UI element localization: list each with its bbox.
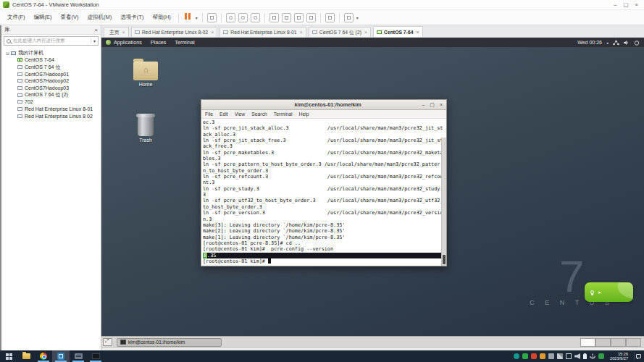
vm-monitor-icon	[17, 107, 22, 111]
menu-item[interactable]: 文件(F)	[3, 12, 30, 23]
tree-expander-icon[interactable]: ⊟	[6, 51, 9, 56]
terminal-scrollbar[interactable]	[441, 138, 446, 266]
network-icon[interactable]	[613, 40, 619, 46]
action-center-button[interactable]	[634, 353, 642, 360]
desktop-icon-home[interactable]: Home	[125, 62, 166, 87]
maximize-button[interactable]: ▢	[624, 1, 629, 8]
vm-tree-item[interactable]: CentOS 7 64 位 (2)	[6, 91, 101, 98]
layout-button[interactable]	[282, 13, 291, 22]
workspace-box[interactable]	[580, 338, 595, 347]
tray-icon[interactable]	[531, 353, 537, 359]
volume-icon[interactable]	[624, 40, 630, 46]
tab-close-icon[interactable]: ×	[122, 30, 125, 35]
tray-icon[interactable]	[540, 353, 545, 359]
terminal-menu-item[interactable]: View	[235, 111, 246, 117]
terminal-menu-item[interactable]: Terminal	[274, 111, 293, 117]
terminal-menu-item[interactable]: File	[205, 111, 213, 117]
taskbar-app-button[interactable]	[70, 350, 87, 362]
terminal-menu-item[interactable]: Search	[251, 111, 267, 117]
tab-close-icon[interactable]: ×	[416, 30, 419, 35]
snapshot-button[interactable]	[251, 13, 260, 22]
vm-tree-item[interactable]: CentOS7Hadoop03	[6, 85, 101, 92]
vm-tab[interactable]: CentOS 7-64 ×	[373, 26, 423, 37]
gnome-clock[interactable]: Wed 00:26	[577, 40, 602, 45]
vm-tab[interactable]: Red Hat Enterprise Linux 8-02 ×	[131, 27, 218, 37]
terminal-line: nt.3	[203, 180, 446, 185]
tray-icon[interactable]	[598, 353, 604, 359]
console-view-button[interactable]	[325, 13, 335, 22]
vm-tree-item[interactable]: CentOS7Hadoop02	[6, 77, 101, 85]
scrollbar-thumb[interactable]	[443, 255, 446, 264]
tab-close-icon[interactable]: ×	[211, 30, 214, 35]
vm-tree-item[interactable]: 702	[6, 98, 101, 106]
taskbar-app-button[interactable]	[17, 350, 35, 362]
vm-tab[interactable]: 主页 ×	[104, 27, 129, 37]
show-desktop-button[interactable]	[103, 338, 112, 346]
terminal-menu-item[interactable]: Edit	[219, 111, 228, 117]
pause-button[interactable]	[183, 13, 193, 22]
library-search-input[interactable]: 在此处键入内容进行搜索 ▾	[4, 36, 99, 46]
layout-button[interactable]	[294, 13, 304, 22]
vm-tree-item[interactable]: Red Hat Enterprise Linux 8 02	[6, 113, 101, 120]
send-ctrl-alt-del-button[interactable]	[207, 13, 217, 22]
window-task-button[interactable]: kim@centos-01:/home/kim	[117, 338, 222, 347]
tray-icon[interactable]	[574, 353, 580, 359]
tray-icon[interactable]	[514, 353, 519, 359]
layout-button[interactable]	[269, 13, 279, 22]
workspace-box[interactable]	[611, 338, 626, 347]
menu-item[interactable]: 查看(V)	[57, 12, 83, 23]
gnome-menu-item[interactable]: Applications	[114, 39, 142, 46]
pause-dropdown-caret[interactable]: ▾	[196, 15, 198, 20]
terminal-minimize-button[interactable]: –	[422, 102, 425, 108]
search-dropdown-caret[interactable]: ▾	[91, 38, 98, 43]
snapshot-button[interactable]	[238, 13, 248, 22]
taskbar-app-button[interactable]	[52, 350, 70, 362]
tab-label: CentOS 7-64	[384, 30, 413, 35]
terminal-window[interactable]: kim@centos-01:/home/kim – ▢ × FileEditVi…	[201, 99, 447, 266]
vm-tab[interactable]: CentOS 7 64 位 (2) ×	[309, 27, 371, 37]
taskbar-app-button[interactable]	[35, 350, 52, 362]
tray-icon[interactable]	[548, 353, 554, 359]
vm-tree-item[interactable]: CentOS 7 64 位	[6, 64, 101, 71]
terminal-maximize-button[interactable]: ▢	[430, 102, 435, 108]
workspace-box[interactable]	[626, 338, 641, 347]
layout-button[interactable]	[306, 13, 316, 22]
tree-root-my-computer[interactable]: ⊟ 我的计算机	[6, 49, 101, 56]
menu-item[interactable]: 虚拟机(M)	[83, 12, 117, 23]
snapshot-button[interactable]	[226, 13, 235, 22]
menu-item[interactable]: 帮助(H)	[148, 12, 175, 23]
tab-icon	[135, 30, 140, 34]
close-button[interactable]: ×	[635, 1, 638, 8]
terminal-output[interactable]: ec.3ln -sf pcre_jit_stack_alloc.3 /usr/l…	[201, 119, 446, 266]
tab-close-icon[interactable]: ×	[300, 30, 303, 35]
tray-icon[interactable]	[566, 353, 572, 359]
taskbar-clock[interactable]: 15:26 2023/9/27	[607, 352, 631, 361]
free-stretch-button[interactable]	[344, 13, 354, 22]
tab-close-icon[interactable]: ×	[364, 30, 367, 35]
power-icon[interactable]	[634, 40, 640, 46]
gnome-menu-item[interactable]: Terminal	[175, 39, 194, 46]
vm-tree-item[interactable]: Red Hat Enterprise Linux 8-01	[6, 106, 101, 113]
vm-tab[interactable]: Red Hat Enterprise Linux 8-01 ×	[219, 27, 306, 37]
tray-icon[interactable]	[557, 353, 563, 359]
tray-icon[interactable]	[522, 353, 528, 359]
vmware-tools-notification[interactable]: ➤	[585, 282, 633, 302]
desktop-icon-trash[interactable]: Trash	[125, 116, 166, 143]
terminal-menu-item[interactable]: Help	[299, 111, 309, 117]
terminal-titlebar[interactable]: kim@centos-01:/home/kim – ▢ ×	[201, 100, 446, 110]
stretch-dropdown-caret[interactable]: ▾	[356, 15, 359, 20]
library-close-icon[interactable]: ×	[94, 27, 98, 33]
menu-item[interactable]: 选项卡(T)	[116, 12, 148, 23]
vm-tree-item[interactable]: CentOS 7-64	[6, 56, 101, 64]
tray-icon[interactable]	[590, 353, 595, 359]
taskbar-app-button[interactable]	[0, 350, 17, 362]
minimize-button[interactable]: –	[614, 1, 616, 8]
gnome-menu-item[interactable]: Places	[151, 39, 167, 46]
tray-icon[interactable]	[583, 353, 587, 359]
taskbar-app-button[interactable]	[87, 350, 104, 362]
vm-tree-item[interactable]: CentOS7Hadoop01	[6, 70, 101, 77]
search-placeholder: 在此处键入内容进行搜索	[13, 38, 91, 44]
workspace-box[interactable]	[595, 338, 611, 347]
menu-item[interactable]: 编辑(E)	[30, 12, 57, 23]
terminal-close-button[interactable]: ×	[440, 102, 443, 108]
